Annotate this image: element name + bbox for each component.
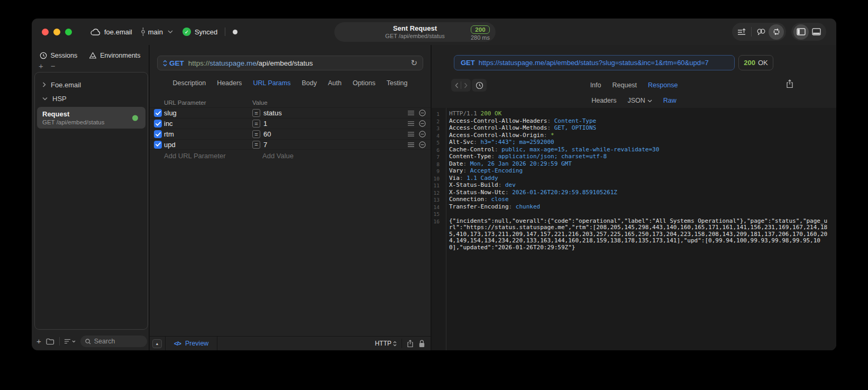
project-cluster[interactable]: foe.email: [90, 28, 132, 36]
sidebar-search[interactable]: [80, 335, 147, 347]
sync-status[interactable]: ✓ Synced: [182, 28, 217, 36]
param-checkbox[interactable]: [154, 141, 162, 149]
request-item-subtitle: GET /api/embed/status: [42, 119, 140, 125]
request-method[interactable]: GET: [169, 59, 184, 67]
back-chevron-icon[interactable]: [452, 83, 461, 88]
share-icon[interactable]: [407, 340, 414, 348]
request-success-dot: [132, 115, 138, 121]
preview-button[interactable]: </> Preview: [174, 340, 208, 347]
param-checkbox[interactable]: [154, 120, 162, 128]
new-folder-button[interactable]: [46, 338, 54, 345]
preview-label: Preview: [185, 340, 208, 347]
add-item-button[interactable]: +: [39, 62, 43, 70]
tab-response[interactable]: Response: [648, 81, 678, 89]
tab-info[interactable]: Info: [590, 81, 601, 89]
param-name[interactable]: rtm: [164, 130, 252, 138]
line-number: 6: [432, 147, 444, 154]
forward-chevron-icon[interactable]: [461, 83, 470, 88]
protocol-selector[interactable]: HTTP: [375, 340, 397, 347]
equals-icon: =: [252, 130, 260, 138]
row-menu-icon[interactable]: [408, 121, 414, 126]
row-menu-icon[interactable]: [408, 111, 414, 115]
tab-testing[interactable]: Testing: [387, 79, 408, 87]
app-window: foe.email main ✓ Synced Sent Request: [32, 19, 836, 350]
tab-headers[interactable]: Headers: [217, 79, 242, 87]
row-menu-icon[interactable]: [408, 142, 414, 147]
search-input[interactable]: [94, 338, 142, 345]
method-stepper-icon[interactable]: [163, 60, 167, 67]
tab-url-params[interactable]: URL Params: [253, 79, 290, 87]
tab-description[interactable]: Description: [173, 79, 206, 87]
tab-body[interactable]: Body: [301, 79, 317, 87]
line-content: Alt-Svc: h3=":443"; ma=2592000: [444, 139, 830, 147]
history-button[interactable]: [472, 79, 487, 92]
response-body[interactable]: 1HTTP/1.1 200 OK2Access-Control-Allow-He…: [432, 108, 836, 350]
sent-request-url-box[interactable]: GET https://statuspage.me/api/embed/stat…: [454, 55, 735, 70]
request-url-bar[interactable]: GET https://statuspage.me/api/embed/stat…: [157, 56, 423, 70]
param-value[interactable]: status: [263, 109, 408, 117]
row-menu-icon[interactable]: [408, 132, 414, 137]
link-requests-button[interactable]: [753, 24, 769, 40]
param-name[interactable]: inc: [164, 120, 252, 128]
param-name[interactable]: slug: [164, 109, 252, 117]
titlebar: foe.email main ✓ Synced Sent Request: [32, 19, 836, 45]
view-tab-raw[interactable]: Raw: [663, 97, 677, 104]
traffic-lights: [42, 29, 72, 35]
param-checkbox[interactable]: [154, 130, 162, 138]
tab-auth[interactable]: Auth: [328, 79, 342, 87]
tab-options[interactable]: Options: [353, 79, 376, 87]
line-content: X-Status-Build: dev: [444, 182, 830, 189]
param-value[interactable]: 60: [263, 130, 408, 138]
footer-divider: [217, 337, 217, 351]
line-number: 3: [432, 125, 444, 132]
add-value-placeholder[interactable]: Add Value: [262, 152, 294, 160]
main-area: Sessions Environments + −: [32, 45, 836, 350]
tab-sessions[interactable]: Sessions: [40, 52, 77, 59]
param-name[interactable]: upd: [164, 141, 252, 149]
active-request-pill[interactable]: Sent Request GET /api/embed/status 200 2…: [334, 22, 496, 42]
param-value[interactable]: 7: [263, 141, 408, 149]
history-clock-icon: [476, 81, 483, 89]
response-line: 6Cache-Control: public, max-age=15, stal…: [432, 147, 830, 154]
sort-export-button[interactable]: [734, 24, 750, 40]
remove-row-icon[interactable]: [419, 141, 426, 148]
param-row-rtm: rtm=60: [150, 129, 431, 139]
reload-icon[interactable]: ↻: [410, 58, 417, 68]
sessions-tree-panel: Foe.email HSP Request GET /api/embed/sta…: [34, 72, 148, 330]
tab-environments[interactable]: Environments: [89, 52, 140, 59]
view-tab-json[interactable]: JSON: [627, 97, 652, 104]
tree-item-hsp[interactable]: HSP: [35, 92, 148, 105]
sort-options-button[interactable]: [65, 339, 76, 344]
response-line: 13Connection: close: [432, 196, 830, 204]
view-tab-headers[interactable]: Headers: [591, 97, 616, 104]
remove-row-icon[interactable]: [419, 120, 426, 127]
remove-row-icon[interactable]: [419, 110, 426, 116]
toggle-bottom-panel-button[interactable]: [809, 24, 824, 40]
zoom-window-button[interactable]: [65, 29, 72, 35]
tree-item-foe-email[interactable]: Foe.email: [35, 78, 148, 92]
sidebar-request-item[interactable]: Request GET /api/embed/status: [37, 107, 145, 129]
auto-sync-button[interactable]: [769, 24, 784, 40]
titlebar-divider: [225, 28, 225, 36]
line-number: 7: [432, 153, 444, 161]
minimize-window-button[interactable]: [53, 29, 60, 35]
add-param-row[interactable]: Add URL Parameter Add Value: [150, 150, 431, 161]
add-param-placeholder[interactable]: Add URL Parameter: [164, 152, 262, 160]
tab-request[interactable]: Request: [613, 81, 637, 89]
remove-item-button[interactable]: −: [51, 62, 56, 70]
line-content: Connection: close: [444, 196, 830, 204]
url-path: /api/embed/status: [257, 59, 313, 67]
export-response-button[interactable]: [786, 79, 793, 88]
param-checkbox[interactable]: [154, 109, 162, 117]
toggle-left-sidebar-button[interactable]: [793, 24, 809, 40]
sidebar-add-remove: + −: [39, 62, 149, 70]
url-scheme: https://: [188, 59, 210, 67]
lock-icon[interactable]: [418, 340, 425, 348]
param-value[interactable]: 1: [263, 120, 408, 128]
remove-row-icon[interactable]: [419, 131, 426, 138]
history-nav: [451, 79, 471, 92]
new-request-button[interactable]: +: [36, 338, 41, 345]
branch-selector[interactable]: main: [141, 28, 173, 36]
collapse-panel-button[interactable]: ▲: [152, 339, 162, 348]
close-window-button[interactable]: [42, 29, 49, 35]
